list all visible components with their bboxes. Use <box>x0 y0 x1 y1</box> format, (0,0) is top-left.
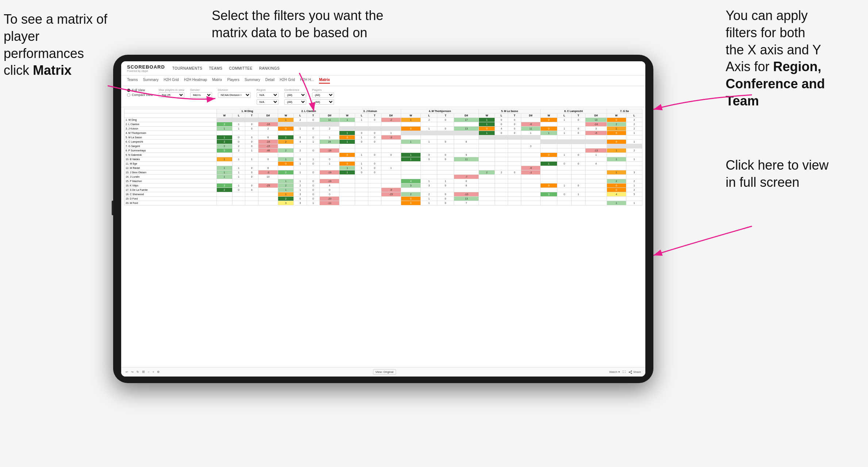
sh-w5: W <box>479 113 495 118</box>
matrix-cell: 1 <box>557 153 571 157</box>
matrix-cell: 3 <box>401 184 421 188</box>
matrix-cell: 2 <box>479 170 495 175</box>
watch-btn[interactable]: Watch ▾ <box>609 370 620 374</box>
matrix-cell <box>479 192 495 197</box>
matrix-cell <box>401 175 421 179</box>
matrix-cell <box>320 175 339 179</box>
matrix-cell <box>245 118 258 122</box>
app-header: SCOREBOARD Powered by clippd TOURNAMENTS… <box>121 61 645 76</box>
table-row: 17. S De La Fuente2001100-802 <box>124 188 642 192</box>
filter-bar: Full View Compact View Max players in vi… <box>121 86 645 107</box>
compact-view-option[interactable]: Compact View <box>127 93 153 97</box>
matrix-cell <box>479 148 495 153</box>
subnav-h2h-h[interactable]: H2H H... <box>300 78 314 84</box>
players-select2[interactable]: (All) <box>312 99 334 105</box>
matrix-cell: 1 <box>626 184 642 188</box>
division-select[interactable]: NCAA Division I <box>218 92 251 98</box>
matrix-cell: 1 <box>626 201 642 205</box>
matrix-cell <box>216 153 232 157</box>
table-row: 12. M Riedel11061101-6 <box>124 166 642 170</box>
subnav-matrix[interactable]: Matrix <box>212 78 222 84</box>
sh-d2: Dif <box>320 113 339 118</box>
matrix-cell: 2 <box>258 127 278 131</box>
matrix-cell <box>216 179 232 184</box>
gender-select[interactable]: Men's <box>190 92 212 98</box>
zoom-minus-btn[interactable]: − <box>148 370 150 374</box>
player-name-cell: 18. C Sherwood <box>124 192 217 197</box>
matrix-cell <box>216 118 232 122</box>
compact-view-radio[interactable] <box>127 93 130 97</box>
matrix-cell <box>320 122 339 127</box>
matrix-cell: 2 <box>278 170 294 175</box>
subnav-teams[interactable]: Teams <box>127 78 138 84</box>
nav-rankings[interactable]: RANKINGS <box>259 66 280 70</box>
matrix-cell <box>368 197 381 201</box>
full-view-radio[interactable] <box>127 89 130 92</box>
refresh-btn[interactable]: ↻ <box>137 370 139 374</box>
matrix-cell: -15 <box>258 144 278 148</box>
matrix-cell <box>585 188 607 192</box>
share-btn[interactable]: Share <box>629 370 641 374</box>
conference-select2[interactable]: (All) <box>284 99 306 105</box>
matrix-cell: 5 <box>216 148 232 153</box>
subnav-detail[interactable]: Detail <box>265 78 275 84</box>
matrix-cell: -16 <box>320 148 339 153</box>
matrix-cell: 0 <box>355 170 368 175</box>
conference-select[interactable]: (All) <box>284 92 306 98</box>
view-original-btn[interactable]: View: Original <box>373 369 396 375</box>
max-players-select[interactable]: Top 25 <box>159 92 184 98</box>
matrix-cell <box>320 131 339 135</box>
matrix-cell <box>437 144 454 148</box>
matrix-cell <box>508 192 521 197</box>
subnav-summary[interactable]: Summary <box>143 78 158 84</box>
matrix-cell <box>401 135 421 140</box>
sh-t6: T <box>571 113 585 118</box>
full-view-option[interactable]: Full View <box>127 88 153 92</box>
matrix-cell <box>540 201 557 205</box>
subnav-h2h-grid2[interactable]: H2H Grid <box>280 78 295 84</box>
nav-tournaments[interactable]: TOURNAMENTS <box>172 66 203 70</box>
matrix-cell <box>339 179 355 184</box>
matrix-cell: 0 <box>307 179 320 184</box>
zoom-plus-btn[interactable]: + <box>153 370 154 374</box>
matrix-cell <box>571 140 585 144</box>
matrix-cell: 1 <box>401 153 421 157</box>
region-select2[interactable]: N/A <box>257 99 279 105</box>
link-btn[interactable]: ⛓ <box>142 370 145 374</box>
sh-l4: L <box>421 113 437 118</box>
matrix-area: 1. W Ding 2. L Clanton 3. J Koivun 4. M … <box>121 107 645 367</box>
matrix-cell <box>571 157 585 162</box>
matrix-cell <box>479 140 495 144</box>
region-select[interactable]: N/A <box>257 92 279 98</box>
matrix-cell: 0 <box>571 184 585 188</box>
matrix-cell: 2 <box>216 188 232 192</box>
matrix-cell: 0 <box>437 197 454 201</box>
matrix-cell <box>401 162 421 166</box>
matrix-cell: 0 <box>355 140 368 144</box>
matrix-cell <box>495 188 508 192</box>
matrix-cell: 1 <box>355 153 368 157</box>
matrix-cell <box>232 192 245 197</box>
matrix-cell <box>339 201 355 205</box>
undo-btn[interactable]: ↩ <box>126 370 128 374</box>
settings-btn[interactable]: ⚙ <box>157 370 160 374</box>
matrix-cell: 11 <box>320 118 339 122</box>
subnav-h2h-grid[interactable]: H2H Grid <box>164 78 179 84</box>
matrix-cell: 1 <box>355 118 368 122</box>
matrix-cell: 13 <box>454 197 479 201</box>
matrix-cell: 2 <box>278 197 294 201</box>
subnav-summary2[interactable]: Summary <box>245 78 260 84</box>
table-row: 5. M La Sasso10061001010-3 <box>124 135 642 140</box>
matrix-cell <box>479 144 495 148</box>
matrix-cell <box>521 140 541 144</box>
matrix-cell: 0 <box>307 184 320 188</box>
subnav-h2h-heatmap[interactable]: H2H Heatmap <box>184 78 207 84</box>
fullscreen-btn[interactable]: ⛶ <box>623 370 626 374</box>
nav-committee[interactable]: COMMITTEE <box>229 66 253 70</box>
redo-btn[interactable]: ↪ <box>131 370 134 374</box>
matrix-cell <box>232 153 245 157</box>
nav-teams[interactable]: TEAMS <box>209 66 222 70</box>
players-select[interactable]: (All) <box>312 92 334 98</box>
subnav-players[interactable]: Players <box>227 78 239 84</box>
subnav-matrix-active[interactable]: Matrix <box>319 78 330 84</box>
